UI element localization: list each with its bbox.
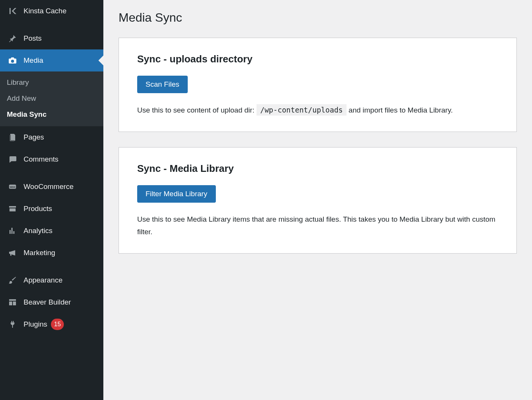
svg-text:woo: woo <box>10 185 16 189</box>
brush-icon <box>7 275 18 286</box>
main-content: Media Sync Sync - uploads directory Scan… <box>103 0 532 400</box>
sidebar-item-beaver-builder[interactable]: Beaver Builder <box>0 291 103 313</box>
upload-path-code: /wp-content/uploads <box>256 104 347 116</box>
sync-uploads-card: Sync - uploads directory Scan Files Use … <box>119 38 517 132</box>
page-title: Media Sync <box>119 11 517 25</box>
nav-label: Products <box>24 205 52 213</box>
nav-label: Analytics <box>24 227 52 235</box>
camera-icon <box>7 55 18 66</box>
nav-label: Kinsta Cache <box>24 7 66 15</box>
sidebar-item-appearance[interactable]: Appearance <box>0 269 103 291</box>
nav-label: Marketing <box>24 249 55 257</box>
filter-media-library-button[interactable]: Filter Media Library <box>137 185 216 203</box>
pages-icon <box>7 132 18 143</box>
woocommerce-icon: woo <box>7 181 18 192</box>
sidebar-item-plugins[interactable]: Plugins 15 <box>0 313 103 335</box>
pin-icon <box>7 33 18 44</box>
plugins-update-badge: 15 <box>51 319 64 330</box>
nav-label: Media <box>24 56 43 65</box>
submenu-library[interactable]: Library <box>0 75 103 90</box>
sidebar-item-posts[interactable]: Posts <box>0 27 103 49</box>
megaphone-icon <box>7 247 18 259</box>
admin-sidebar: Kinsta Cache Posts Media Library Add New… <box>0 0 103 400</box>
comment-icon <box>7 154 18 165</box>
submenu-media-sync[interactable]: Media Sync <box>0 106 103 122</box>
sync-media-library-card: Sync - Media Library Filter Media Librar… <box>119 147 517 254</box>
media-submenu: Library Add New Media Sync <box>0 71 103 126</box>
sidebar-item-products[interactable]: Products <box>0 198 103 220</box>
nav-label: Posts <box>24 34 42 43</box>
archive-icon <box>7 203 18 214</box>
plug-icon <box>7 319 18 330</box>
kinsta-icon <box>7 5 18 17</box>
nav-label: Beaver Builder <box>24 298 71 306</box>
nav-label: Comments <box>24 155 59 163</box>
card-description: Use this to see content of upload dir: /… <box>137 104 498 116</box>
nav-label: Plugins <box>24 320 47 329</box>
sidebar-item-comments[interactable]: Comments <box>0 148 103 170</box>
nav-label: Pages <box>24 133 44 141</box>
submenu-add-new[interactable]: Add New <box>0 90 103 106</box>
card-heading: Sync - uploads directory <box>137 53 498 65</box>
card-heading: Sync - Media Library <box>137 163 498 175</box>
sidebar-item-marketing[interactable]: Marketing <box>0 242 103 264</box>
sidebar-item-woocommerce[interactable]: woo WooCommerce <box>0 176 103 198</box>
card-description: Use this to see Media Library items that… <box>137 213 498 238</box>
layout-icon <box>7 297 18 308</box>
scan-files-button[interactable]: Scan Files <box>137 76 188 93</box>
sidebar-item-pages[interactable]: Pages <box>0 126 103 148</box>
sidebar-item-media[interactable]: Media <box>0 49 103 71</box>
sidebar-item-kinsta-cache[interactable]: Kinsta Cache <box>0 0 103 22</box>
chart-icon <box>7 225 18 237</box>
sidebar-item-analytics[interactable]: Analytics <box>0 220 103 242</box>
nav-label: Appearance <box>24 276 62 284</box>
nav-label: WooCommerce <box>24 183 74 191</box>
